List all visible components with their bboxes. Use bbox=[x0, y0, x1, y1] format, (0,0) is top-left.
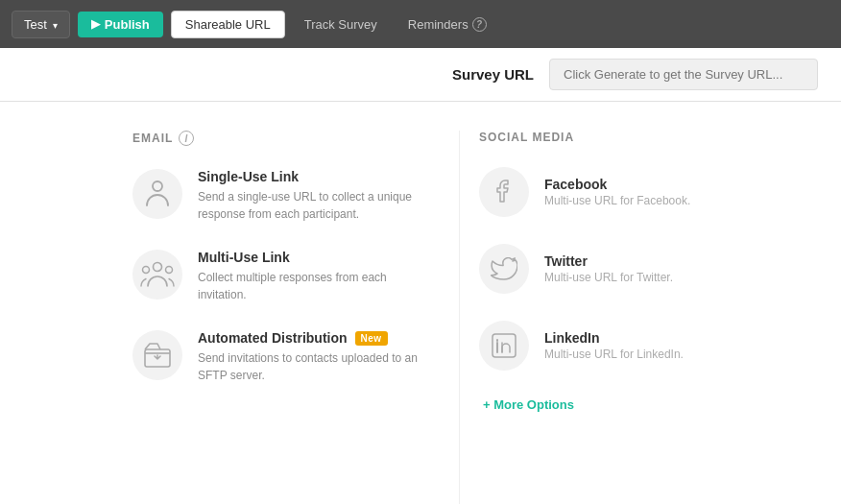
facebook-desc: Multi-use URL for Facebook. bbox=[544, 194, 690, 207]
multi-use-icon bbox=[132, 250, 182, 300]
multi-use-title: Multi-Use Link bbox=[198, 250, 430, 265]
email-section-title: EMAIL i bbox=[132, 131, 430, 146]
svg-rect-5 bbox=[493, 334, 516, 357]
reminders-button[interactable]: Reminders ? bbox=[396, 12, 498, 37]
svg-point-0 bbox=[153, 181, 162, 191]
publish-button[interactable]: ▶ Publish bbox=[78, 12, 163, 37]
more-options-link[interactable]: + More Options bbox=[479, 397, 766, 412]
facebook-item[interactable]: Facebook Multi-use URL for Facebook. bbox=[479, 167, 766, 217]
linkedin-item[interactable]: LinkedIn Multi-use URL for LinkedIn. bbox=[479, 321, 766, 371]
track-survey-button[interactable]: Track Survey bbox=[293, 12, 389, 37]
reminders-label: Reminders bbox=[408, 17, 469, 32]
reminders-help-icon: ? bbox=[472, 17, 487, 32]
automated-dist-item[interactable]: Automated Distribution New Send invitati… bbox=[132, 330, 430, 384]
twitter-icon bbox=[479, 244, 529, 294]
linkedin-icon bbox=[479, 321, 529, 371]
single-use-desc: Send a single-use URL to collect a uniqu… bbox=[198, 188, 430, 223]
new-badge: New bbox=[355, 331, 388, 346]
svg-point-3 bbox=[166, 267, 173, 274]
chevron-down-icon bbox=[51, 17, 58, 32]
automated-dist-desc: Send invitations to contacts uploaded to… bbox=[198, 349, 430, 384]
single-use-title: Single-Use Link bbox=[198, 169, 430, 184]
test-button[interactable]: Test bbox=[12, 11, 70, 38]
email-section: EMAIL i Single-Use Link Send a single-us… bbox=[56, 131, 459, 504]
single-use-info: Single-Use Link Send a single-use URL to… bbox=[198, 169, 430, 223]
survey-url-label: Survey URL bbox=[452, 66, 534, 83]
multi-use-desc: Collect multiple responses from each inv… bbox=[198, 269, 430, 303]
single-use-link-item[interactable]: Single-Use Link Send a single-use URL to… bbox=[132, 169, 430, 223]
shareable-label: Shareable URL bbox=[185, 17, 271, 32]
email-help-icon[interactable]: i bbox=[179, 131, 194, 146]
toolbar: Test ▶ Publish Shareable URL Track Surve… bbox=[0, 0, 841, 48]
publish-arrow-icon: ▶ bbox=[91, 17, 100, 31]
track-label: Track Survey bbox=[304, 17, 377, 32]
test-label: Test bbox=[24, 17, 47, 32]
multi-use-link-item[interactable]: Multi-Use Link Collect multiple response… bbox=[132, 250, 430, 303]
svg-point-2 bbox=[143, 267, 150, 274]
shareable-url-button[interactable]: Shareable URL bbox=[171, 11, 285, 38]
social-media-section: SOCIAL MEDIA Facebook Multi-use URL for … bbox=[459, 131, 785, 504]
automated-dist-title: Automated Distribution New bbox=[198, 330, 430, 346]
automated-dist-icon bbox=[132, 330, 182, 380]
social-section-title: SOCIAL MEDIA bbox=[479, 131, 766, 144]
linkedin-info: LinkedIn Multi-use URL for LinkedIn. bbox=[544, 330, 684, 361]
multi-use-info: Multi-Use Link Collect multiple response… bbox=[198, 250, 430, 303]
survey-url-input[interactable] bbox=[549, 59, 818, 90]
main-content: EMAIL i Single-Use Link Send a single-us… bbox=[0, 102, 841, 504]
facebook-info: Facebook Multi-use URL for Facebook. bbox=[544, 177, 690, 207]
single-use-icon bbox=[132, 169, 182, 219]
facebook-icon bbox=[479, 167, 529, 217]
twitter-title: Twitter bbox=[544, 253, 673, 269]
twitter-info: Twitter Multi-use URL for Twitter. bbox=[544, 253, 673, 284]
facebook-title: Facebook bbox=[544, 177, 690, 192]
linkedin-title: LinkedIn bbox=[544, 330, 684, 346]
svg-point-1 bbox=[154, 263, 162, 272]
twitter-item[interactable]: Twitter Multi-use URL for Twitter. bbox=[479, 244, 766, 294]
linkedin-desc: Multi-use URL for LinkedIn. bbox=[544, 348, 684, 361]
survey-url-bar: Survey URL bbox=[0, 48, 841, 102]
twitter-desc: Multi-use URL for Twitter. bbox=[544, 271, 673, 284]
publish-label: Publish bbox=[105, 17, 150, 32]
automated-dist-info: Automated Distribution New Send invitati… bbox=[198, 330, 430, 384]
